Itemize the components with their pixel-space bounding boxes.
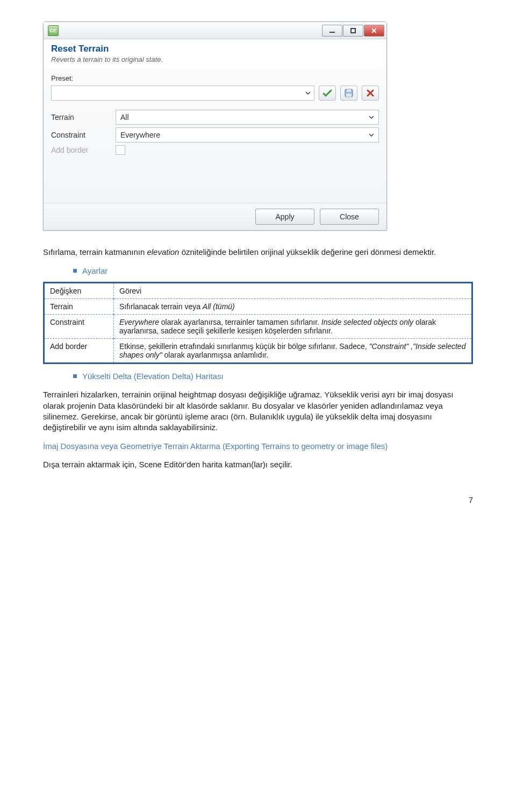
minimize-button[interactable] [322, 25, 342, 37]
delta-heading: Yükselti Delta (Elevation Delta) Haritas… [82, 372, 224, 381]
titlebar: CE ✕ [44, 22, 386, 39]
row1-label: Terrain [44, 299, 114, 315]
delta-paragraph: Terrainleri hizalarken, terrainin orijin… [43, 389, 473, 433]
maximize-button[interactable] [343, 25, 363, 37]
table-row: Constraint Everywhere olarak ayarlanırsa… [44, 315, 472, 339]
apply-preset-button[interactable] [319, 86, 336, 101]
addborder-checkbox[interactable] [116, 145, 125, 155]
terrain-dropdown[interactable]: All [116, 110, 379, 125]
dialog-window: CE ✕ Reset Terrain Reverts a terrain to … [43, 22, 387, 231]
delete-preset-button[interactable] [362, 86, 379, 101]
dialog-title: Reset Terrain [51, 44, 379, 54]
close-window-button[interactable]: ✕ [364, 25, 384, 37]
save-icon [345, 89, 353, 97]
preset-label: Preset: [51, 74, 77, 82]
bullet-delta: Yükselti Delta (Elevation Delta) Haritas… [73, 372, 473, 381]
table-row: Terrain Sıfırlanacak terrain veya All (t… [44, 299, 472, 315]
form-body: Terrain All Constraint Everywhere Add bo… [44, 105, 386, 165]
close-button[interactable]: Close [320, 209, 379, 225]
save-preset-button[interactable] [340, 86, 357, 101]
col-header-task: Görevi [114, 283, 472, 299]
chevron-down-icon [369, 116, 374, 119]
svg-rect-2 [346, 94, 352, 97]
square-bullet-icon [73, 374, 77, 378]
dialog-footer: Apply Close [44, 203, 386, 230]
table-row: Add border Etkinse, şekillerin etrafında… [44, 339, 472, 364]
constraint-dropdown[interactable]: Everywhere [116, 127, 379, 143]
dialog-header: Reset Terrain Reverts a terrain to its o… [44, 39, 386, 69]
svg-rect-1 [347, 89, 351, 92]
addborder-label: Add border [51, 146, 116, 154]
export-heading: İmaj Dosyasına veya Geometriye Terrain A… [43, 441, 473, 451]
preset-dropdown[interactable] [51, 86, 314, 101]
constraint-value: Everywhere [120, 131, 160, 139]
ayarlar-heading: Ayarlar [82, 266, 108, 275]
delete-icon [367, 89, 374, 97]
row3-value: Etkinse, şekillerin etrafındaki sınırlan… [114, 339, 472, 364]
terrain-value: All [120, 113, 129, 122]
row1-value: Sıfırlanacak terrain veya All (tümü) [114, 299, 472, 315]
preset-row: Preset: [44, 69, 386, 86]
export-paragraph: Dışa terrain aktarmak için, Scene Editör… [43, 459, 473, 470]
intro-paragraph: Sıfırlama, terrain katmanının elevation … [43, 247, 473, 258]
square-bullet-icon [73, 269, 77, 273]
settings-table: Değişken Görevi Terrain Sıfırlanacak ter… [43, 282, 473, 364]
page-number: 7 [43, 479, 473, 504]
row2-label: Constraint [44, 315, 114, 339]
apply-button[interactable]: Apply [255, 209, 314, 225]
row3-label: Add border [44, 339, 114, 364]
bullet-ayarlar: Ayarlar [73, 266, 473, 275]
table-header-row: Değişken Görevi [44, 283, 472, 299]
app-icon: CE [48, 25, 59, 36]
row2-value: Everywhere olarak ayarlanırsa, terrainle… [114, 315, 472, 339]
dialog-subtitle: Reverts a terrain to its original state. [51, 55, 379, 63]
chevron-down-icon [369, 133, 374, 137]
col-header-variable: Değişken [44, 283, 114, 299]
chevron-down-icon [305, 91, 311, 95]
checkmark-icon [322, 89, 332, 97]
constraint-label: Constraint [51, 131, 116, 139]
terrain-label: Terrain [51, 113, 116, 122]
